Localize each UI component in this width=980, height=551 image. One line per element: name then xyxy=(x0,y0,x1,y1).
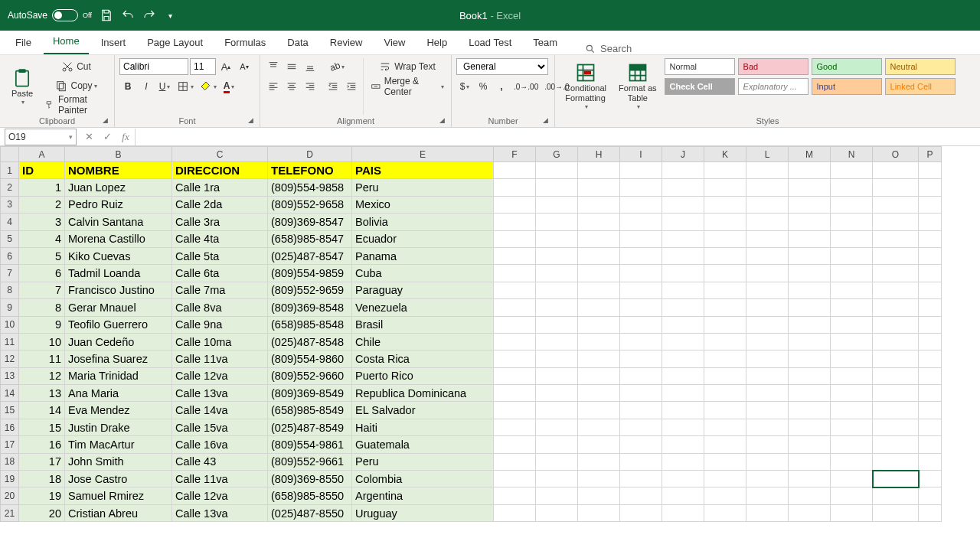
cell[interactable] xyxy=(831,385,873,402)
cell[interactable] xyxy=(831,214,873,230)
cell[interactable]: PAIS xyxy=(352,162,494,179)
tab-team[interactable]: Team xyxy=(524,32,567,54)
cell[interactable]: EL Salvador xyxy=(352,402,494,419)
autosave-toggle[interactable]: AutoSave Off xyxy=(8,9,92,21)
cell[interactable]: Brasil xyxy=(352,316,494,333)
cell[interactable] xyxy=(536,487,578,504)
cell[interactable] xyxy=(704,265,746,282)
cell[interactable] xyxy=(494,402,536,419)
cell[interactable] xyxy=(831,402,873,419)
tab-help[interactable]: Help xyxy=(417,32,456,54)
cell[interactable] xyxy=(746,179,789,196)
cell[interactable] xyxy=(873,402,919,419)
cell[interactable] xyxy=(919,179,942,196)
cell[interactable] xyxy=(662,504,704,521)
cell[interactable]: Tim MacArtur xyxy=(65,436,172,453)
cell[interactable] xyxy=(662,350,704,367)
insert-function-button[interactable]: fx xyxy=(116,129,135,145)
cell[interactable] xyxy=(831,162,873,179)
cell[interactable] xyxy=(620,196,662,213)
align-middle-button[interactable] xyxy=(283,58,300,75)
cell[interactable] xyxy=(789,487,831,504)
col-header-E[interactable]: E xyxy=(352,147,494,162)
cell[interactable] xyxy=(919,402,942,419)
col-header-B[interactable]: B xyxy=(65,147,172,162)
cell[interactable] xyxy=(831,333,873,350)
cell[interactable] xyxy=(831,179,873,196)
cell[interactable] xyxy=(789,333,831,350)
row-header-9[interactable]: 9 xyxy=(1,299,19,316)
cell[interactable] xyxy=(789,471,831,487)
cell[interactable] xyxy=(873,419,919,435)
cell[interactable]: (658)985-8549 xyxy=(268,402,352,419)
tab-insert[interactable]: Insert xyxy=(92,32,136,54)
cell[interactable] xyxy=(704,282,746,298)
cell[interactable]: 18 xyxy=(19,471,65,487)
enter-formula-button[interactable]: ✓ xyxy=(98,129,116,145)
cell[interactable] xyxy=(494,385,536,402)
cell[interactable] xyxy=(536,214,578,230)
cell[interactable] xyxy=(746,471,789,487)
cell[interactable]: TELEFONO xyxy=(268,162,352,179)
cell[interactable] xyxy=(620,247,662,264)
tab-load-test[interactable]: Load Test xyxy=(459,32,521,54)
style-normal[interactable]: Normal xyxy=(665,58,735,75)
cell[interactable] xyxy=(536,282,578,298)
increase-indent-button[interactable] xyxy=(343,78,360,95)
cell[interactable]: (025)487-8548 xyxy=(268,333,352,350)
cell[interactable] xyxy=(919,504,942,521)
style-explanatory----[interactable]: Explanatory ... xyxy=(738,78,808,95)
cell[interactable]: 13 xyxy=(19,385,65,402)
cell[interactable] xyxy=(789,214,831,230)
tab-file[interactable]: File xyxy=(6,32,41,54)
cell[interactable] xyxy=(831,316,873,333)
cell[interactable] xyxy=(919,419,942,435)
cell[interactable] xyxy=(789,196,831,213)
cell[interactable]: 14 xyxy=(19,402,65,419)
cell[interactable]: Calle 4ta xyxy=(172,230,268,247)
cell[interactable] xyxy=(536,333,578,350)
cell[interactable] xyxy=(746,504,789,521)
cell[interactable]: Bolivia xyxy=(352,214,494,230)
cell[interactable] xyxy=(789,419,831,435)
cut-button[interactable]: Cut xyxy=(43,58,109,75)
row-header-17[interactable]: 17 xyxy=(1,436,19,453)
increase-decimal-button[interactable]: .0→.00 xyxy=(511,78,541,95)
cell[interactable] xyxy=(873,247,919,264)
cell[interactable]: Maria Trinidad xyxy=(65,367,172,384)
cell[interactable] xyxy=(919,196,942,213)
cell[interactable] xyxy=(831,282,873,298)
cell[interactable] xyxy=(578,282,620,298)
row-header-19[interactable]: 19 xyxy=(1,471,19,487)
align-right-button[interactable] xyxy=(302,78,318,95)
cell[interactable] xyxy=(662,367,704,384)
cell[interactable]: Calle 16va xyxy=(172,436,268,453)
cell[interactable] xyxy=(620,385,662,402)
cell[interactable]: Samuel Rmirez xyxy=(65,487,172,504)
row-header-2[interactable]: 2 xyxy=(1,179,19,196)
row-header-5[interactable]: 5 xyxy=(1,230,19,247)
cell[interactable]: 3 xyxy=(19,214,65,230)
cell[interactable]: 4 xyxy=(19,230,65,247)
cell[interactable] xyxy=(536,471,578,487)
col-header-H[interactable]: H xyxy=(578,147,620,162)
cell[interactable] xyxy=(620,402,662,419)
cell[interactable] xyxy=(873,367,919,384)
cell[interactable] xyxy=(704,436,746,453)
cell[interactable] xyxy=(536,162,578,179)
cell[interactable] xyxy=(704,419,746,435)
cell[interactable] xyxy=(704,367,746,384)
font-size-input[interactable] xyxy=(190,58,216,75)
cell[interactable]: Calle 5ta xyxy=(172,247,268,264)
cell[interactable] xyxy=(536,230,578,247)
cell[interactable] xyxy=(789,453,831,470)
cell[interactable] xyxy=(704,299,746,316)
cell[interactable] xyxy=(746,214,789,230)
row-header-20[interactable]: 20 xyxy=(1,487,19,504)
cell[interactable]: (809)369-8548 xyxy=(268,299,352,316)
cell[interactable]: Calle 11va xyxy=(172,350,268,367)
cell[interactable]: Pedro Ruiz xyxy=(65,196,172,213)
cell[interactable]: Peru xyxy=(352,453,494,470)
save-icon[interactable] xyxy=(100,8,113,22)
cell[interactable] xyxy=(873,299,919,316)
